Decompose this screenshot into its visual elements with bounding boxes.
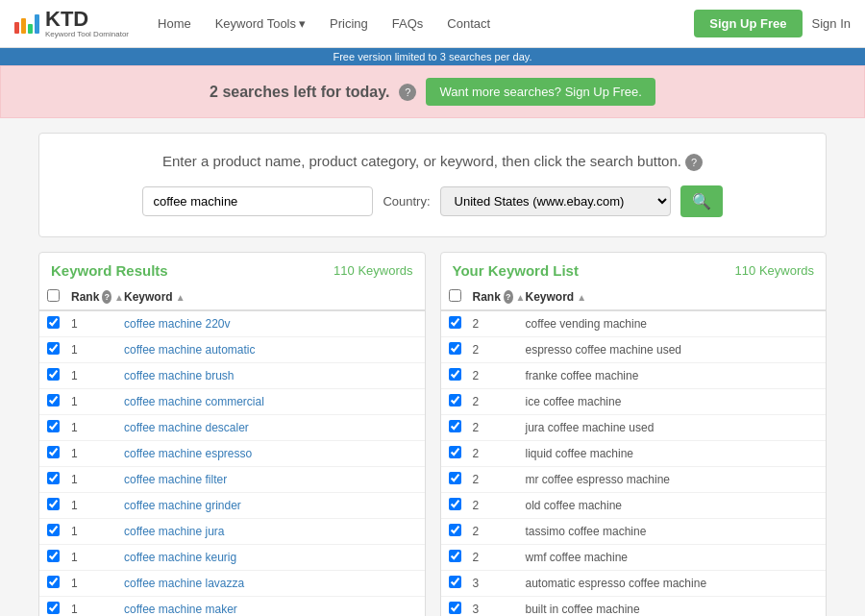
table-row: 2 wmf coffee machine [441, 545, 827, 571]
alert-text: 2 searches left for today. [210, 84, 389, 101]
signin-button[interactable]: Sign In [812, 16, 851, 31]
more-searches-button[interactable]: Want more searches? Sign Up Free. [426, 78, 655, 106]
row-checkbox[interactable] [449, 498, 461, 510]
row-checkbox[interactable] [47, 394, 60, 407]
keyword-list-header: Your Keyword List 110 Keywords [441, 253, 827, 284]
row-checkbox[interactable] [449, 368, 461, 381]
logo-text-block: KTD Keyword Tool Dominator [45, 9, 129, 38]
logo-sub: Keyword Tool Dominator [45, 30, 129, 38]
rank-sort-icon: ▲ [114, 292, 124, 303]
row-checkbox[interactable] [47, 446, 60, 458]
results-container: Keyword Results 110 Keywords Rank ? ▲ Ke… [38, 252, 827, 616]
top-banner: Free version limited to 3 searches per d… [0, 48, 865, 65]
signup-button[interactable]: Sign Up Free [694, 10, 802, 37]
row-checkbox[interactable] [47, 550, 60, 562]
nav-contact[interactable]: Contact [437, 11, 500, 37]
table-row: 3 built in coffee machine [441, 597, 827, 616]
keyword-list-count: 110 Keywords [735, 263, 814, 278]
table-row: 1 coffee machine filter [39, 467, 425, 493]
search-help-icon[interactable]: ? [685, 154, 703, 171]
row-checkbox[interactable] [449, 472, 461, 484]
row-checkbox[interactable] [449, 550, 461, 562]
keyword-results-body: 1 coffee machine 220v 1 coffee machine a… [39, 311, 425, 616]
country-select[interactable]: United States (www.ebay.com) United King… [440, 186, 671, 216]
top-banner-text: Free version limited to 3 searches per d… [333, 51, 531, 62]
table-row: 1 coffee machine maker [39, 597, 425, 616]
list-keyword-sort-icon: ▲ [577, 292, 586, 303]
row-checkbox[interactable] [449, 342, 461, 355]
logo-icon [14, 14, 39, 34]
row-checkbox[interactable] [449, 524, 461, 536]
table-row: 1 coffee machine automatic [39, 337, 425, 363]
list-rank-info-icon[interactable]: ? [504, 290, 513, 304]
row-checkbox[interactable] [449, 316, 461, 329]
search-row: Country: United States (www.ebay.com) Un… [59, 185, 806, 217]
nav-faqs[interactable]: FAQs [383, 11, 433, 37]
nav-home[interactable]: Home [148, 11, 201, 37]
table-row: 1 coffee machine commercial [39, 389, 425, 415]
row-checkbox[interactable] [449, 446, 461, 458]
table-row: 2 espresso coffee machine used [441, 337, 827, 363]
keyword-results-title: Keyword Results [51, 262, 168, 279]
nav-right: Sign Up Free Sign In [694, 10, 851, 37]
table-row: 2 liquid coffee machine [441, 441, 827, 467]
row-checkbox[interactable] [449, 602, 461, 614]
row-checkbox[interactable] [47, 498, 60, 510]
logo-bar-1 [14, 22, 19, 34]
table-row: 1 coffee machine keurig [39, 545, 425, 571]
row-checkbox[interactable] [47, 524, 60, 536]
rank-info-icon[interactable]: ? [102, 290, 111, 304]
row-checkbox[interactable] [47, 316, 60, 329]
search-icon: 🔍 [692, 193, 711, 209]
table-row: 2 jura coffee machine used [441, 415, 827, 441]
nav-links: Home Keyword Tools ▾ Pricing FAQs Contac… [148, 11, 694, 37]
navbar: KTD Keyword Tool Dominator Home Keyword … [0, 0, 865, 48]
row-checkbox[interactable] [47, 342, 60, 355]
table-row: 1 coffee machine lavazza [39, 571, 425, 597]
table-row: 1 coffee machine grinder [39, 493, 425, 519]
keyword-results-header: Keyword Results 110 Keywords [39, 253, 425, 284]
row-checkbox[interactable] [449, 576, 461, 588]
select-all-results-checkbox[interactable] [47, 289, 60, 302]
keyword-list-panel: Your Keyword List 110 Keywords Rank ? ▲ … [440, 252, 828, 616]
keyword-sort-icon: ▲ [176, 292, 185, 303]
chevron-down-icon: ▾ [299, 16, 306, 31]
keyword-list-table-header: Rank ? ▲ Keyword ▲ [441, 284, 827, 311]
table-row: 2 mr coffee espresso machine [441, 467, 827, 493]
logo-bar-2 [21, 18, 26, 34]
table-row: 1 coffee machine 220v [39, 311, 425, 337]
country-label: Country: [383, 194, 430, 209]
search-button[interactable]: 🔍 [680, 185, 723, 217]
row-checkbox[interactable] [449, 420, 461, 432]
keyword-list-title: Your Keyword List [453, 262, 579, 279]
row-checkbox[interactable] [47, 472, 60, 484]
keyword-results-panel: Keyword Results 110 Keywords Rank ? ▲ Ke… [38, 252, 426, 616]
keyword-results-count: 110 Keywords [334, 263, 412, 278]
table-row: 1 coffee machine descaler [39, 415, 425, 441]
table-row: 1 coffee machine jura [39, 519, 425, 545]
table-row: 2 old coffee machine [441, 493, 827, 519]
table-row: 2 tassimo coffee machine [441, 519, 827, 545]
table-row: 2 coffee vending machine [441, 311, 827, 337]
search-input[interactable] [142, 186, 373, 216]
row-checkbox[interactable] [47, 368, 60, 381]
logo-text: KTD [45, 7, 88, 31]
search-section: Enter a product name, product category, … [38, 133, 827, 237]
logo-bar-4 [35, 14, 39, 34]
nav-keyword-tools[interactable]: Keyword Tools ▾ [206, 11, 315, 37]
table-row: 3 automatic espresso coffee machine [441, 571, 827, 597]
nav-pricing[interactable]: Pricing [320, 11, 378, 37]
list-rank-sort-icon: ▲ [516, 292, 526, 303]
select-all-list-checkbox[interactable] [449, 289, 461, 302]
logo-bar-3 [28, 24, 33, 34]
table-row: 1 coffee machine brush [39, 363, 425, 389]
search-prompt: Enter a product name, product category, … [59, 153, 806, 171]
alert-help-icon[interactable]: ? [399, 84, 416, 101]
keyword-results-table-header: Rank ? ▲ Keyword ▲ [39, 284, 425, 311]
row-checkbox[interactable] [47, 576, 60, 588]
row-checkbox[interactable] [449, 394, 461, 407]
row-checkbox[interactable] [47, 420, 60, 432]
row-checkbox[interactable] [47, 602, 60, 614]
table-row: 2 franke coffee machine [441, 363, 827, 389]
alert-banner: 2 searches left for today. ? Want more s… [0, 65, 865, 118]
